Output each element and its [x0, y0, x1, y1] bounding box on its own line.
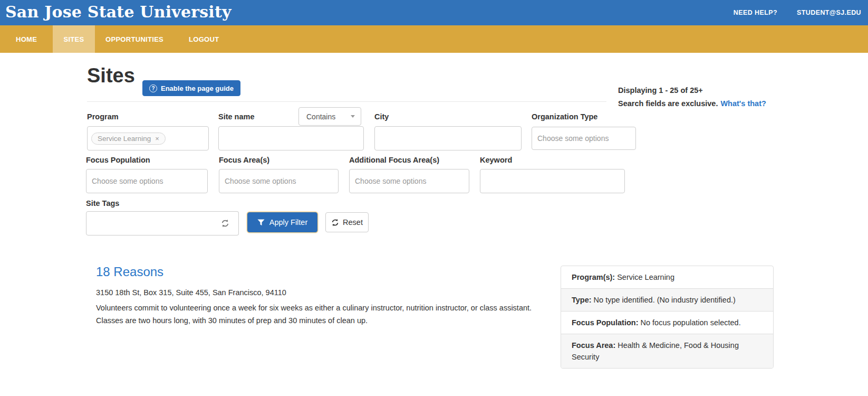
top-bar-links: NEED HELP? STUDENT@SJ.EDU [734, 0, 861, 25]
detail-value: No type identified. (No industry identif… [594, 296, 736, 304]
detail-label: Type: [572, 296, 592, 304]
exclusive-note-text: Search fields are exclusive. [618, 99, 718, 108]
organization-type-input[interactable] [532, 127, 636, 150]
site-detail-card: Program(s):Service Learning Type:No type… [561, 266, 774, 369]
reset-label: Reset [343, 218, 363, 227]
sites-page: San Jose State University NEED HELP? STU… [0, 0, 868, 396]
keyword-input[interactable] [480, 169, 625, 193]
site-name-label: Site name [218, 112, 255, 121]
city-input[interactable] [374, 126, 522, 150]
detail-row-type: Type:No type identified. (No industry id… [561, 288, 773, 311]
organization-type-label: Organization Type [532, 112, 597, 121]
program-tag-label: Service Learning [98, 135, 151, 143]
whats-that-link[interactable]: What's that? [720, 99, 766, 108]
header-divider [87, 101, 606, 102]
page-title: Sites [87, 64, 135, 87]
detail-row-focus-area: Focus Area:Health & Medicine, Food & Hou… [561, 334, 773, 368]
detail-row-focus-population: Focus Population:No focus population sel… [561, 311, 773, 334]
enable-page-guide-button[interactable]: ? Enable the page guide [142, 80, 240, 96]
focus-population-label: Focus Population [86, 156, 150, 164]
chevron-down-icon [351, 115, 355, 118]
site-tags-label: Site Tags [86, 199, 119, 208]
site-tags-input[interactable] [86, 211, 213, 235]
reset-refresh-icon [331, 219, 339, 227]
detail-value: No focus population selected. [640, 318, 740, 327]
nav-item-logout[interactable]: LOGOUT [189, 25, 219, 53]
keyword-label: Keyword [480, 156, 512, 164]
site-result-link[interactable]: 18 Reasons [96, 265, 163, 279]
account-link[interactable]: STUDENT@SJ.EDU [797, 9, 861, 16]
question-circle-icon: ? [149, 84, 157, 92]
focus-population-input[interactable] [86, 169, 208, 193]
additional-focus-areas-input[interactable] [349, 169, 469, 193]
search-exclusive-note: Search fields are exclusive.What's that? [618, 99, 766, 108]
detail-value: Service Learning [617, 273, 674, 281]
city-label: City [374, 112, 389, 121]
detail-label: Focus Area: [572, 341, 615, 350]
site-tags-refresh-button[interactable] [212, 211, 239, 235]
detail-label: Program(s): [572, 273, 615, 281]
site-name-match-select[interactable]: Contains [298, 107, 361, 126]
focus-areas-label: Focus Area(s) [219, 156, 269, 164]
top-bar: San Jose State University NEED HELP? STU… [0, 0, 868, 25]
remove-tag-icon[interactable]: × [155, 135, 159, 143]
program-label: Program [87, 112, 119, 121]
nav-item-opportunities[interactable]: OPPORTUNITIES [105, 25, 163, 53]
main-nav: HOME SITES OPPORTUNITIES LOGOUT [0, 25, 868, 53]
filter-funnel-icon [257, 219, 265, 226]
guide-button-label: Enable the page guide [161, 84, 234, 92]
need-help-link[interactable]: NEED HELP? [734, 9, 777, 16]
additional-focus-areas-label: Additional Focus Area(s) [349, 156, 439, 164]
match-select-value: Contains [306, 112, 335, 121]
apply-filter-button[interactable]: Apply Filter [247, 212, 317, 232]
site-name-input[interactable] [218, 126, 364, 150]
detail-row-programs: Program(s):Service Learning [561, 266, 773, 288]
reset-button[interactable]: Reset [325, 212, 369, 232]
focus-areas-input[interactable] [219, 169, 339, 193]
nav-item-sites[interactable]: SITES [53, 25, 95, 53]
apply-filter-label: Apply Filter [269, 218, 308, 227]
nav-item-home[interactable]: HOME [16, 25, 37, 53]
program-multiselect[interactable]: Service Learning × [87, 126, 209, 150]
refresh-icon [221, 219, 229, 228]
detail-label: Focus Population: [572, 318, 638, 327]
university-brand: San Jose State University [5, 3, 232, 21]
program-tag: Service Learning × [91, 133, 166, 145]
results-count: Displaying 1 - 25 of 25+ [618, 86, 703, 95]
site-result-address: 3150 18th St, Box 315, Suite 455, San Fr… [96, 288, 286, 297]
site-result-description: Volunteers commit to volunteering once a… [96, 302, 534, 327]
